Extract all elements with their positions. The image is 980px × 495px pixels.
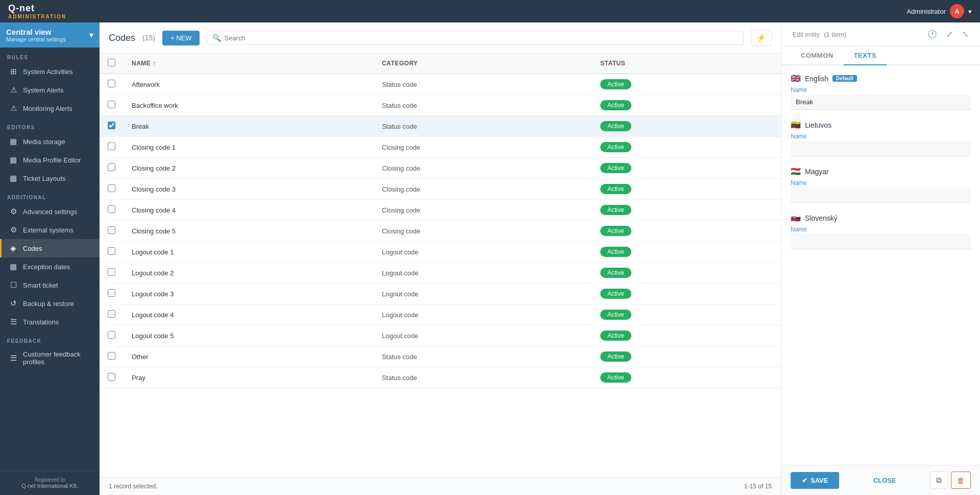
table-row[interactable]: Break Status code Active xyxy=(100,116,781,137)
row-checkbox[interactable] xyxy=(108,352,115,360)
row-checkbox[interactable] xyxy=(108,101,115,108)
table-row[interactable]: Logout code 2 Logout code Active xyxy=(100,263,781,284)
row-status: Active xyxy=(592,74,781,95)
sidebar-item-label: Translations xyxy=(23,318,59,326)
table-row[interactable]: Logout code 1 Logout code Active xyxy=(100,242,781,263)
sidebar-item-label: System Alerts xyxy=(23,86,63,94)
sidebar-central-view[interactable]: Central view Manage central settings ▾ xyxy=(0,22,100,48)
row-checkbox[interactable] xyxy=(108,184,115,192)
sidebar-item-media-profile-editor[interactable]: ▦ Media Profile Editor xyxy=(0,151,100,169)
table-row[interactable]: Closing code 5 Closing code Active xyxy=(100,221,781,242)
tab-texts[interactable]: TEXTS xyxy=(844,46,887,65)
gear-icon: ⚙ xyxy=(9,225,18,234)
row-category: Closing code xyxy=(374,221,592,242)
chevron-down-icon: ▾ xyxy=(89,30,93,40)
content-area: Codes (15) + NEW 🔍 ⚡ NAME ↑ CATEGORY STA… xyxy=(100,22,781,495)
row-status: Active xyxy=(592,221,781,242)
copy-button[interactable]: ⧉ xyxy=(930,472,948,489)
sidebar-item-exception-dates[interactable]: ▦ Exception dates xyxy=(0,257,100,276)
row-name: Pray xyxy=(124,367,374,388)
row-checkbox[interactable] xyxy=(108,289,115,297)
sidebar-item-media-storage[interactable]: ▦ Media storage xyxy=(0,132,100,151)
table-row[interactable]: Logout code 4 Logout code Active xyxy=(100,304,781,325)
tab-common[interactable]: COMMON xyxy=(791,46,844,65)
sidebar-item-label: Media Profile Editor xyxy=(23,156,81,164)
row-checkbox[interactable] xyxy=(108,310,115,318)
lang-name-input[interactable] xyxy=(791,141,971,156)
checkmark-icon: ✔ xyxy=(802,477,807,484)
table-row[interactable]: Logout code 5 Logout code Active xyxy=(100,325,781,346)
row-status: Active xyxy=(592,200,781,221)
row-checkbox[interactable] xyxy=(108,122,115,129)
history-button[interactable]: 🕐 xyxy=(925,29,939,40)
row-checkbox[interactable] xyxy=(108,247,115,255)
lang-name: English xyxy=(805,75,828,83)
lang-name-input[interactable] xyxy=(791,95,971,110)
row-category: Status code xyxy=(374,346,592,367)
search-icon: 🔍 xyxy=(212,34,221,42)
save-button[interactable]: ✔ SAVE xyxy=(791,472,839,489)
user-menu[interactable]: Administrator A ▾ xyxy=(906,4,972,18)
table-row[interactable]: Pray Status code Active xyxy=(100,367,781,388)
table-row[interactable]: Closing code 2 Closing code Active xyxy=(100,158,781,179)
sidebar-item-system-alerts[interactable]: ⚠ System Alerts xyxy=(0,81,100,99)
table-row[interactable]: Afterwork Status code Active xyxy=(100,74,781,95)
table-row[interactable]: Closing code 1 Closing code Active xyxy=(100,137,781,158)
col-status: STATUS xyxy=(592,54,781,74)
filter-button[interactable]: ⚡ xyxy=(751,30,772,46)
gear-icon: ⚙ xyxy=(9,207,18,216)
row-checkbox[interactable] xyxy=(108,143,115,150)
sidebar-item-translations[interactable]: ☰ Translations xyxy=(0,313,100,331)
row-checkbox[interactable] xyxy=(108,373,115,381)
expand-button[interactable]: ⤡ xyxy=(960,29,971,40)
main-layout: Central view Manage central settings ▾ R… xyxy=(0,22,980,495)
close-button[interactable]: CLOSE xyxy=(867,472,902,489)
row-name: Afterwork xyxy=(124,74,374,95)
row-category: Logout code xyxy=(374,284,592,304)
row-status: Active xyxy=(592,263,781,284)
editor-icon: ▦ xyxy=(9,155,18,164)
sidebar-item-ticket-layouts[interactable]: ▦ Ticket Layouts xyxy=(0,169,100,187)
search-input[interactable] xyxy=(224,34,738,42)
lang-header: 🇸🇰 Slovenský xyxy=(791,213,971,223)
sidebar-item-advanced-settings[interactable]: ⚙ Advanced settings xyxy=(0,202,100,221)
row-name: Break xyxy=(124,116,374,137)
table-row[interactable]: Logout code 3 Logout code Active xyxy=(100,284,781,304)
sidebar-item-monitoring-alerts[interactable]: ⚠ Monitoring Alerts xyxy=(0,99,100,117)
row-checkbox[interactable] xyxy=(108,163,115,171)
section-label-editors: EDITORS xyxy=(0,117,100,132)
row-checkbox[interactable] xyxy=(108,268,115,276)
sidebar-item-system-activities[interactable]: ⊞ System Activities xyxy=(0,62,100,81)
row-checkbox[interactable] xyxy=(108,80,115,87)
registered-to-label: Registered to xyxy=(7,477,92,483)
sidebar-item-backup-restore[interactable]: ↺ Backup & restore xyxy=(0,294,100,313)
new-button[interactable]: + NEW xyxy=(162,31,200,45)
alert-icon: ⚠ xyxy=(9,85,18,95)
select-all-checkbox[interactable] xyxy=(108,59,115,66)
row-category: Logout code xyxy=(374,263,592,284)
row-name: Logout code 4 xyxy=(124,304,374,325)
share-button[interactable]: ⤢ xyxy=(944,29,955,40)
storage-icon: ▦ xyxy=(9,137,18,146)
row-checkbox[interactable] xyxy=(108,331,115,339)
lang-name-input[interactable] xyxy=(791,234,971,249)
sidebar-item-external-systems[interactable]: ⚙ External systems xyxy=(0,221,100,239)
flag-icon: 🇭🇺 xyxy=(791,167,801,176)
sidebar-item-codes[interactable]: ◈ Codes xyxy=(0,239,100,257)
row-checkbox[interactable] xyxy=(108,205,115,213)
row-category: Status code xyxy=(374,367,592,388)
sidebar-item-customer-feedback-profiles[interactable]: ☰ Customer feedback profiles xyxy=(0,346,100,370)
edit-panel-item-count: (1 item) xyxy=(824,31,846,38)
sidebar-item-smart-ticket[interactable]: ☐ Smart ticket xyxy=(0,276,100,294)
table-row[interactable]: Closing code 3 Closing code Active xyxy=(100,179,781,200)
table-row[interactable]: Backoffice work Status code Active xyxy=(100,95,781,116)
table-row[interactable]: Other Status code Active xyxy=(100,346,781,367)
row-name: Logout code 5 xyxy=(124,325,374,346)
registered-company: Q-net International Kft. xyxy=(7,483,92,489)
table-row[interactable]: Closing code 4 Closing code Active xyxy=(100,200,781,221)
lang-name-input[interactable] xyxy=(791,187,971,203)
sidebar-item-label: Monitoring Alerts xyxy=(23,105,72,112)
sidebar-item-label: Ticket Layouts xyxy=(23,175,65,182)
delete-button[interactable]: 🗑 xyxy=(951,472,971,489)
row-checkbox[interactable] xyxy=(108,226,115,234)
